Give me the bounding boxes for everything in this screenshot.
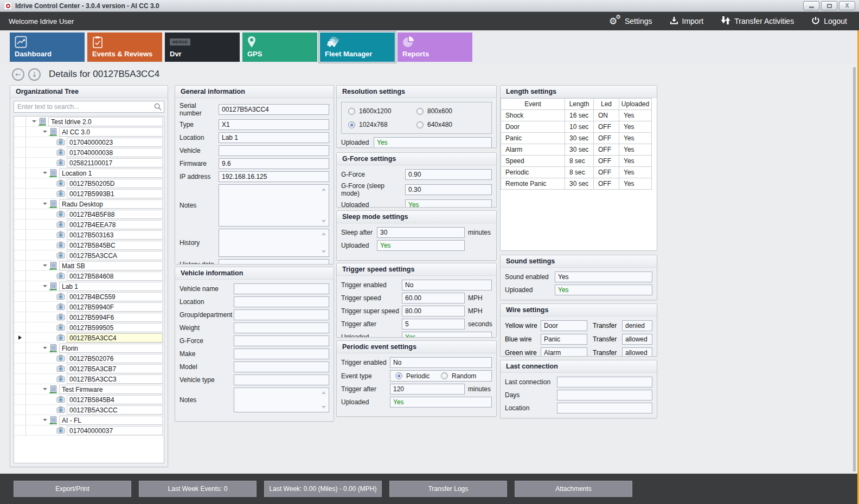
field-input[interactable] <box>219 184 329 227</box>
tree-node-label[interactable]: 00127B584608 <box>67 272 163 281</box>
expander-icon[interactable] <box>41 172 49 174</box>
tree-row[interactable]: 00127B5845BC <box>14 240 164 250</box>
sleep-after-input[interactable]: 30 <box>377 227 465 238</box>
field-input[interactable] <box>557 390 652 400</box>
right-scrollbar[interactable] <box>853 67 856 471</box>
spin-down-icon[interactable] <box>322 250 326 253</box>
bottom-bar-button[interactable]: Attachments <box>515 481 632 497</box>
expander-icon[interactable] <box>41 285 49 287</box>
tree-row[interactable]: 00127B503163 <box>14 230 164 240</box>
field-input[interactable] <box>219 229 329 257</box>
field-input[interactable] <box>234 348 329 359</box>
tree-row[interactable]: 00127B5A3CC4 <box>14 333 164 343</box>
bottom-bar-button[interactable]: Export/Print <box>14 481 131 497</box>
tree-node-label[interactable]: Lab 1 <box>59 282 163 291</box>
tree-node-label[interactable]: 00127B4BC559 <box>67 292 163 301</box>
field-input[interactable] <box>234 335 329 346</box>
tree-node-label[interactable]: 00127B5A3CC4 <box>67 333 163 343</box>
tree-row[interactable]: 00127B4EEA78 <box>14 219 164 230</box>
tab-fleet-manager[interactable]: Fleet Manager <box>320 33 395 62</box>
maximize-button[interactable] <box>821 1 837 10</box>
tree-row[interactable]: Lab 1 <box>14 281 164 292</box>
spin-down-icon[interactable] <box>322 220 326 223</box>
tree-node-label[interactable]: Matt SB <box>59 261 163 270</box>
gforce-input[interactable]: 0.90 <box>405 169 492 180</box>
table-row[interactable]: Alarm 30 sec OFF Yes <box>501 144 652 156</box>
expander-icon[interactable] <box>41 203 49 205</box>
back-arrow-icon[interactable]: ← <box>12 68 24 81</box>
field-input[interactable] <box>557 403 652 413</box>
radio-option-800x600[interactable]: 800x600 <box>416 107 485 115</box>
search-input[interactable] <box>14 101 164 113</box>
settings-button[interactable]: ⚙⚙ Settings <box>609 16 652 27</box>
minimize-button[interactable] <box>803 1 819 10</box>
tree-node-label[interactable]: 017040000038 <box>67 148 163 157</box>
field-input[interactable] <box>234 309 329 320</box>
radio-option-periodic[interactable]: Periodic <box>395 372 441 380</box>
field-input[interactable] <box>219 145 329 156</box>
table-row[interactable]: Panic 30 sec OFF Yes <box>501 133 652 144</box>
tree-node-label[interactable]: AI - FL <box>59 416 163 425</box>
wire-value-input[interactable]: Panic <box>541 334 587 345</box>
field-input[interactable] <box>234 374 329 385</box>
tree-node-label[interactable]: Radu Desktop <box>59 199 163 209</box>
logout-button[interactable]: Logout <box>811 16 847 27</box>
tree-row[interactable]: 00127B584608 <box>14 271 164 281</box>
trigger-super-speed-input[interactable]: 80.00 <box>402 306 465 316</box>
table-row[interactable]: Speed 8 sec OFF Yes <box>501 156 652 167</box>
tree-row[interactable]: 00127B5993B1 <box>14 189 164 199</box>
tree-node-label[interactable]: 00127B5845BC <box>67 241 163 250</box>
tree-row[interactable]: 00127B5A3CB7 <box>14 364 164 374</box>
radio-option-random[interactable]: Random <box>441 372 486 380</box>
tree-row[interactable]: 00127B4BC559 <box>14 292 164 302</box>
tree-row[interactable]: 017040000038 <box>14 147 164 158</box>
expander-icon[interactable] <box>41 419 49 421</box>
tree-node-label[interactable]: 00127B50205D <box>67 179 163 188</box>
transfer-value-input[interactable]: allowed <box>622 334 652 345</box>
tree-node-label[interactable]: 00127B5A3CC3 <box>67 374 163 384</box>
field-input[interactable] <box>234 322 329 333</box>
tree-node-label[interactable]: 00127B4B5F88 <box>67 210 163 219</box>
tree-node-label[interactable]: Test Idrive 2.0 <box>48 117 163 126</box>
down-arrow-icon[interactable]: ↓ <box>28 68 41 81</box>
transfer-value-input[interactable]: allowed <box>622 347 652 357</box>
gforce-sleep-input[interactable]: 0.30 <box>405 184 492 195</box>
import-button[interactable]: Import <box>670 16 704 27</box>
tree-node-label[interactable]: 00127B4EEA78 <box>67 220 163 229</box>
radio-option-640x480[interactable]: 640x480 <box>416 121 485 128</box>
tree-node-label[interactable]: 00127B5845B4 <box>67 395 163 404</box>
transfer-value-input[interactable]: denied <box>622 320 652 331</box>
field-input[interactable]: 00127B5A3CC4 <box>219 104 329 115</box>
table-row[interactable]: Periodic 8 sec OFF Yes <box>501 167 652 178</box>
spin-up-icon[interactable] <box>322 188 326 191</box>
tree-row[interactable]: AI - FL <box>14 415 164 425</box>
tree-row[interactable]: 017040000023 <box>14 137 164 147</box>
field-input[interactable]: 192.168.16.125 <box>219 171 329 182</box>
wire-value-input[interactable]: Alarm <box>541 347 587 357</box>
tree-row[interactable]: 00127B5A3CC3 <box>14 374 164 384</box>
radio-option-1600x1200[interactable]: 1600x1200 <box>348 107 416 115</box>
tab-gps[interactable]: GPS <box>242 33 317 62</box>
table-row[interactable]: Shock 16 sec ON Yes <box>501 110 652 121</box>
field-input[interactable] <box>234 387 329 412</box>
tree-row[interactable]: 017040000037 <box>14 425 164 436</box>
tree-row[interactable]: Florin <box>14 343 164 353</box>
periodic-enabled-input[interactable]: No <box>390 357 492 368</box>
tab-reports[interactable]: Reports <box>398 33 472 62</box>
tree-node-label[interactable]: 00127B502076 <box>67 354 163 363</box>
bottom-bar-button[interactable]: Last Week Events: 0 <box>139 481 257 497</box>
tree-node-label[interactable]: 00127B5A3CCA <box>67 251 163 260</box>
field-input[interactable] <box>234 296 329 307</box>
radio-option-1024x768[interactable]: 1024x768 <box>348 121 416 128</box>
tree-node-label[interactable]: Test Firmware <box>59 385 163 394</box>
table-row[interactable]: Remote Panic 30 sec OFF Yes <box>501 178 652 190</box>
spin-down-icon[interactable] <box>322 406 326 409</box>
tree-node-label[interactable]: 00127B59940F <box>67 302 163 312</box>
tree-row[interactable]: 00127B5994F6 <box>14 312 164 322</box>
transfer-activities-button[interactable]: Transfer Activities <box>721 16 794 27</box>
periodic-after-input[interactable]: 120 <box>390 384 465 395</box>
expander-icon[interactable] <box>41 264 49 267</box>
tree-row[interactable]: Matt SB <box>14 261 164 271</box>
table-row[interactable]: Door 10 sec OFF Yes <box>501 121 652 133</box>
tree-row[interactable]: 00127B4B5F88 <box>14 209 164 219</box>
